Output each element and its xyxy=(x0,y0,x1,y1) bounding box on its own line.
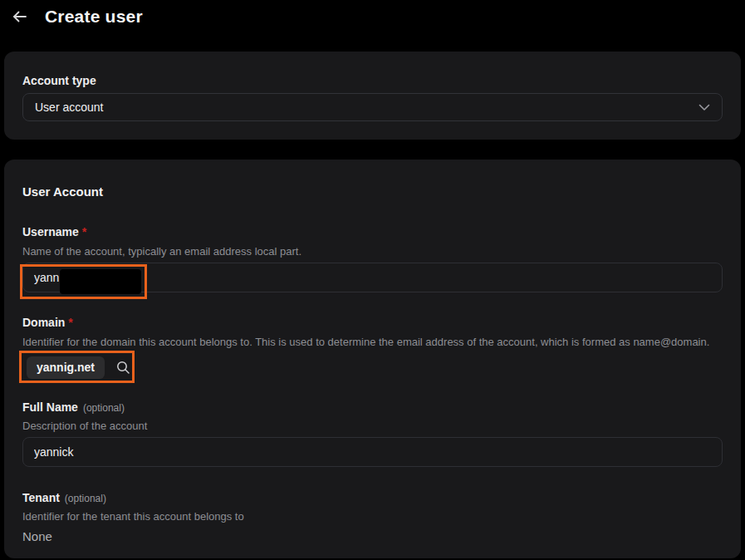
domain-helper: Identifier for the domain this account b… xyxy=(22,336,723,349)
optional-marker: (optional) xyxy=(83,402,125,414)
optional-marker: (optional) xyxy=(65,493,106,504)
tenant-label: Tenant xyxy=(22,491,60,504)
full-name-label: Full Name xyxy=(22,400,78,414)
account-type-value: User account xyxy=(35,101,103,114)
full-name-input[interactable] xyxy=(22,437,723,467)
username-helper: Name of the account, typically an email … xyxy=(22,245,723,258)
arrow-left-icon xyxy=(12,10,27,23)
domain-control: yannig.net xyxy=(22,352,723,382)
header-bar: Create user xyxy=(0,0,745,33)
domain-field: Domain* Identifier for the domain this a… xyxy=(22,315,723,382)
page-title: Create user xyxy=(45,7,143,27)
search-icon xyxy=(116,361,130,375)
username-label: Username xyxy=(22,225,79,238)
section-heading: User Account xyxy=(22,184,723,199)
username-field: Username* Name of the account, typically… xyxy=(22,224,723,292)
tenant-helper: Identifier for the tenant this account b… xyxy=(22,510,723,523)
account-type-select[interactable]: User account xyxy=(22,93,723,121)
domain-search-button[interactable] xyxy=(116,361,130,375)
domain-chip[interactable]: yannig.net xyxy=(27,356,105,379)
account-type-card: Account type User account xyxy=(4,52,741,140)
tenant-field: Tenant(optional) Identifier for the tena… xyxy=(22,490,723,544)
user-account-card: User Account Username* Name of the accou… xyxy=(4,160,741,558)
required-marker: * xyxy=(82,225,86,238)
full-name-field: Full Name(optional) Description of the a… xyxy=(22,400,723,467)
redaction-box xyxy=(60,269,141,294)
tenant-value[interactable]: None xyxy=(22,528,52,544)
chevron-down-icon xyxy=(698,104,710,111)
back-button[interactable] xyxy=(10,7,30,27)
required-marker: * xyxy=(68,316,72,329)
account-type-label: Account type xyxy=(22,74,723,88)
full-name-helper: Description of the account xyxy=(22,420,723,433)
domain-label: Domain xyxy=(22,316,65,329)
